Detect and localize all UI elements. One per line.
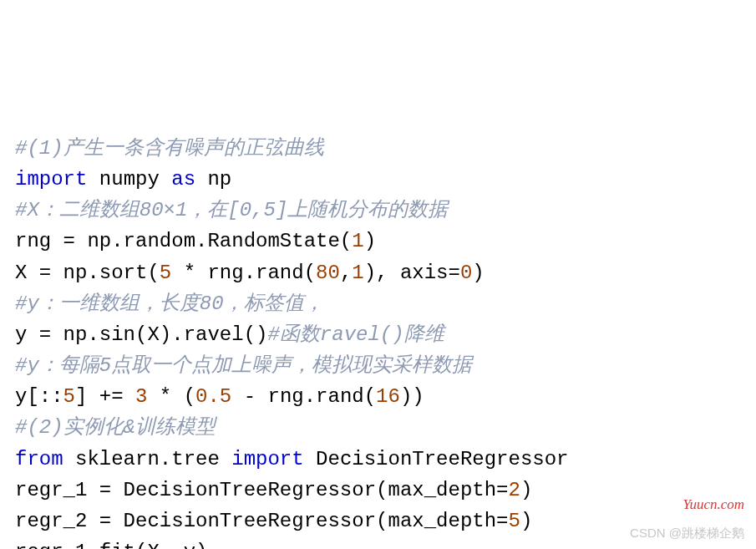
number-literal: 3 bbox=[135, 385, 147, 408]
code-text: rng = np.random.RandomState( bbox=[15, 230, 352, 252]
code-text: , bbox=[340, 262, 352, 284]
watermark-yuucn: Yuucn.com bbox=[682, 494, 744, 516]
number-literal: 2 bbox=[509, 479, 520, 501]
number-literal: 0 bbox=[460, 262, 472, 284]
code-text: )) bbox=[400, 385, 424, 408]
comment-inline: #函数ravel()降维 bbox=[267, 323, 444, 346]
keyword-as: as bbox=[171, 168, 195, 191]
code-text: sklearn.tree bbox=[63, 448, 232, 470]
code-text: ) bbox=[520, 510, 532, 532]
code-text: regr_1.fit(X, y) bbox=[15, 541, 207, 549]
comment-line: #y：每隔5点取一个点加上噪声，模拟现实采样数据 bbox=[15, 354, 472, 377]
code-text: ), axis= bbox=[364, 262, 460, 284]
keyword-import: import bbox=[15, 168, 87, 191]
code-text: ) bbox=[472, 262, 484, 284]
code-block: #(1)产生一条含有噪声的正弦曲线 import numpy as np #X：… bbox=[15, 133, 741, 549]
code-text: y[:: bbox=[15, 385, 63, 408]
number-literal: 5 bbox=[160, 262, 171, 284]
comment-line: #(2)实例化&训练模型 bbox=[15, 416, 216, 439]
code-text: X = np.sort( bbox=[15, 262, 160, 284]
number-literal: 5 bbox=[63, 385, 75, 408]
code-text: regr_2 = DecisionTreeRegressor(max_depth… bbox=[15, 510, 509, 532]
code-text: DecisionTreeRegressor bbox=[304, 448, 569, 470]
number-literal: 1 bbox=[352, 262, 363, 284]
keyword-from: from bbox=[15, 448, 63, 470]
comment-line: #y：一维数组，长度80，标签值， bbox=[15, 292, 324, 315]
number-literal: 16 bbox=[376, 385, 400, 408]
number-literal: 80 bbox=[316, 262, 340, 284]
watermark-csdn: CSDN @跳楼梯企鹅 bbox=[630, 523, 744, 542]
comment-line: #X：二维数组80×1，在[0,5]上随机分布的数据 bbox=[15, 199, 448, 221]
comment-line: #(1)产生一条含有噪声的正弦曲线 bbox=[15, 137, 324, 160]
number-literal: 5 bbox=[509, 510, 520, 532]
code-text: - rng.rand( bbox=[231, 385, 376, 408]
code-text: regr_1 = DecisionTreeRegressor(max_depth… bbox=[15, 479, 509, 501]
code-text: ) bbox=[364, 230, 376, 252]
code-text: * ( bbox=[147, 385, 195, 408]
number-literal: 0.5 bbox=[195, 385, 231, 408]
code-text: ] += bbox=[75, 385, 135, 408]
code-text: ) bbox=[520, 479, 532, 501]
keyword-import: import bbox=[231, 448, 303, 470]
code-text: * rng.rand( bbox=[171, 262, 316, 284]
code-text: np bbox=[195, 168, 231, 191]
number-literal: 1 bbox=[352, 230, 363, 252]
code-text: numpy bbox=[87, 168, 171, 191]
code-text: y = np.sin(X).ravel() bbox=[15, 323, 267, 346]
